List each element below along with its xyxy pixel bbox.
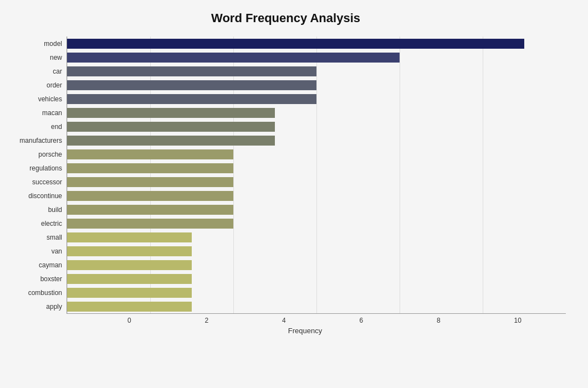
bar [67, 136, 275, 146]
x-tick-label: 8 [437, 317, 441, 324]
bar-row [67, 287, 566, 299]
bar-row [67, 245, 566, 257]
bar [67, 260, 192, 270]
bar-row [67, 204, 566, 216]
bar [67, 232, 192, 242]
y-axis: modelnewcarordervehiclesmacanendmanufact… [6, 37, 67, 314]
x-tick-label: 0 [127, 317, 131, 324]
x-tick-label: 4 [282, 317, 286, 324]
bar-row [67, 121, 566, 133]
y-label: porsche [38, 148, 62, 161]
grid-line [483, 37, 483, 313]
y-label: end [51, 121, 62, 133]
bar-row [67, 148, 566, 161]
y-label: macan [42, 107, 62, 119]
bar [67, 94, 316, 104]
bar-row [67, 93, 566, 105]
grid-line [67, 37, 68, 313]
bar [67, 39, 524, 49]
bar-row [67, 273, 566, 285]
bar [67, 108, 275, 118]
x-axis-title: Frequency [67, 327, 544, 335]
bar-row [67, 51, 566, 64]
grid-line [316, 37, 317, 313]
x-axis-labels: 0246810 [67, 317, 544, 324]
bar [67, 66, 316, 76]
grid-line [233, 37, 234, 313]
grid-line [150, 37, 151, 313]
bar [67, 288, 192, 298]
bar [67, 274, 192, 284]
x-tick-label: 10 [514, 317, 521, 324]
bar [67, 53, 400, 63]
bar [67, 205, 233, 215]
bar [67, 219, 233, 229]
bar [67, 122, 275, 132]
bar-row [67, 65, 566, 77]
x-tick-label: 2 [205, 317, 209, 324]
chart-area: modelnewcarordervehiclesmacanendmanufact… [6, 37, 566, 314]
y-label: order [47, 79, 62, 91]
chart-title: Word Frequency Analysis [6, 11, 566, 25]
bar-row [67, 79, 566, 91]
chart-container: Word Frequency Analysis modelnewcarorder… [0, 0, 588, 388]
bar [67, 149, 233, 159]
bar-row [67, 38, 566, 50]
y-label: new [50, 51, 62, 64]
bottom-section: 0246810 Frequency [6, 314, 566, 335]
y-label: regulations [29, 162, 62, 174]
bar [67, 177, 233, 187]
y-label: combustion [28, 287, 62, 299]
bar-row [67, 162, 566, 174]
y-label: model [44, 38, 62, 50]
grid-line [400, 37, 400, 313]
bar [67, 163, 233, 173]
bar [67, 191, 233, 201]
y-label: successor [32, 176, 62, 188]
y-label: discontinue [28, 190, 62, 202]
bar-row [67, 259, 566, 271]
y-label: manufacturers [19, 134, 62, 147]
y-label: build [48, 204, 62, 216]
bar-row [67, 176, 566, 188]
y-label: boxster [40, 273, 62, 285]
y-label: car [53, 65, 62, 77]
y-label: electric [41, 218, 62, 230]
y-label: van [52, 245, 62, 257]
bar [67, 80, 316, 90]
bar-row [67, 107, 566, 119]
bar-row [67, 301, 566, 313]
y-label: cayman [39, 259, 62, 271]
y-label: apply [46, 301, 62, 313]
bar [67, 302, 192, 312]
bar [67, 246, 192, 256]
bar-row [67, 134, 566, 147]
bar-row [67, 190, 566, 202]
bars-area [67, 37, 566, 314]
x-tick-label: 6 [360, 317, 364, 324]
bar-row [67, 218, 566, 230]
y-label: small [47, 231, 62, 244]
bar-row [67, 231, 566, 244]
y-label: vehicles [38, 93, 62, 105]
